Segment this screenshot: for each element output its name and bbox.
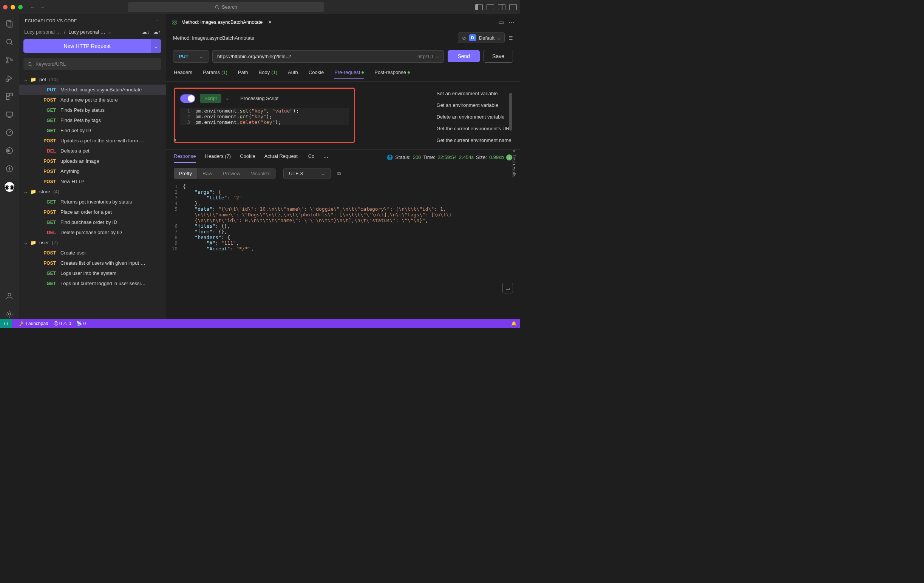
chevron-down-icon[interactable]: ⌵ xyxy=(226,96,229,101)
response-body[interactable]: 1{ 2 "args": { 3 "title": "2" 4 }, 5 "da… xyxy=(166,182,520,319)
request-item[interactable]: POSTPlace an order for a pet xyxy=(19,207,166,217)
editor-more-icon[interactable]: ⋯ xyxy=(508,18,515,26)
snippet-item[interactable]: Set an environment variable xyxy=(437,91,512,96)
workspace-name[interactable]: Lucy personal … xyxy=(24,29,61,35)
remote-icon[interactable] xyxy=(5,109,14,119)
minimize-window[interactable] xyxy=(11,5,15,10)
source-control-icon[interactable] xyxy=(5,55,14,65)
global-search[interactable]: Search xyxy=(128,2,324,12)
tab-pre-request[interactable]: Pre-request xyxy=(334,69,364,78)
snippet-item[interactable]: Get the current environment name xyxy=(437,137,512,143)
request-item[interactable]: POSTCreate user xyxy=(19,248,166,258)
scrollbar[interactable] xyxy=(509,93,512,131)
tab-headers[interactable]: Headers xyxy=(174,69,192,78)
seg-pretty[interactable]: Pretty xyxy=(174,168,197,179)
account-icon[interactable] xyxy=(5,291,14,301)
seg-preview[interactable]: Preview xyxy=(218,168,246,179)
tab-co[interactable]: Co xyxy=(308,153,315,161)
close-tab-icon[interactable]: ✕ xyxy=(268,19,272,25)
expand-panel-button[interactable]: ▭ xyxy=(502,283,513,293)
new-request-dropdown[interactable]: ⌵ xyxy=(151,39,161,53)
new-request-button[interactable]: New HTTP Request ⌵ xyxy=(23,39,161,53)
tab-actual-request[interactable]: Actual Request xyxy=(264,153,299,161)
folder-store[interactable]: ⌵📁store (4) xyxy=(19,186,166,197)
copy-icon[interactable]: ⧉ xyxy=(337,171,341,177)
project-name[interactable]: Lucy personal … xyxy=(68,29,106,35)
script-enabled-toggle[interactable] xyxy=(180,94,195,103)
chevron-down-icon[interactable]: ⌵ xyxy=(109,29,111,35)
tab-params[interactable]: Params (1) xyxy=(203,69,228,78)
remote-indicator[interactable] xyxy=(0,319,12,328)
close-window[interactable] xyxy=(3,5,8,10)
notifications-icon[interactable]: 🔔 xyxy=(511,321,517,326)
echoapi-icon[interactable]: ◉◉ xyxy=(5,182,14,192)
encoding-selector[interactable]: UTF-8 ⌵ xyxy=(283,168,330,179)
test-results-tab[interactable]: «Test results xyxy=(510,147,518,180)
tab-body[interactable]: Body (1) xyxy=(259,69,278,78)
seg-raw[interactable]: Raw xyxy=(197,168,218,179)
settings-icon[interactable] xyxy=(5,309,14,319)
request-item[interactable]: PUTMethod: images.asyncBatchAnnotate xyxy=(19,85,166,95)
debug-icon[interactable] xyxy=(5,73,14,83)
request-item[interactable]: GETFind pet by ID xyxy=(19,125,166,135)
launchpad-button[interactable]: 🚀 Launchpad xyxy=(19,321,48,326)
code-editor[interactable]: 1pm.environment.set("key", "value"); 2pm… xyxy=(180,108,349,125)
explorer-icon[interactable] xyxy=(5,19,14,29)
request-item[interactable]: POSTuploads an image xyxy=(19,156,166,166)
snippet-item[interactable]: Get an environment variable xyxy=(437,102,512,108)
cloud-download-icon[interactable]: ☁↓ xyxy=(142,29,150,35)
request-item[interactable]: POSTAdd a new pet to the store xyxy=(19,95,166,105)
tab-post-response[interactable]: Post-response xyxy=(375,69,410,78)
layout-icon[interactable] xyxy=(509,4,517,10)
seg-visualize[interactable]: Visualize xyxy=(246,168,276,179)
tab-auth[interactable]: Auth xyxy=(288,69,298,78)
tab-title[interactable]: Method: images.asyncBatchAnnotate xyxy=(182,19,262,25)
split-editor-icon[interactable]: ▭ xyxy=(498,18,504,26)
tab-resp-cookie[interactable]: Cookie xyxy=(240,153,255,161)
snippet-item[interactable]: Get the current environment's URL xyxy=(437,126,512,132)
tab-resp-headers[interactable]: Headers (7) xyxy=(205,153,231,161)
save-button[interactable]: Save xyxy=(483,50,513,63)
orb-icon[interactable] xyxy=(5,146,14,156)
maximize-window[interactable] xyxy=(18,5,23,10)
request-item[interactable]: GETFinds Pets by tags xyxy=(19,115,166,125)
request-item[interactable]: DELDelete purchase order by ID xyxy=(19,227,166,237)
script-type-button[interactable]: Script xyxy=(200,94,221,103)
drag-handle[interactable]: ⠿ xyxy=(173,138,177,144)
request-item[interactable]: GETFind purchase order by ID xyxy=(19,217,166,227)
request-item[interactable]: GETReturns pet inventories by status xyxy=(19,197,166,207)
panel-toggle-right-icon[interactable] xyxy=(498,4,505,10)
search-icon[interactable] xyxy=(5,37,14,47)
request-item[interactable]: POSTAnything xyxy=(19,166,166,176)
folder-user[interactable]: ⌵📁user (7) xyxy=(19,237,166,248)
chevron-down-icon[interactable]: ⌵ xyxy=(436,54,439,59)
request-item[interactable]: GETLogs out current logged in user sessi… xyxy=(19,278,166,288)
request-item[interactable]: GETLogs user into the system xyxy=(19,268,166,278)
cloud-upload-icon[interactable]: ☁↑ xyxy=(153,29,161,35)
request-item[interactable]: POSTUpdates a pet in the store with form… xyxy=(19,135,166,146)
url-input[interactable]: https://httpbin.org/anything?title=2 htt… xyxy=(212,50,444,63)
nav-forward-icon[interactable]: → xyxy=(40,4,45,10)
environment-selector[interactable]: ⊘ D Default ⌵ xyxy=(458,33,505,43)
thunder-icon[interactable] xyxy=(5,164,14,174)
tab-cookie[interactable]: Cookie xyxy=(309,69,324,78)
request-item[interactable]: POSTCreates list of users with given inp… xyxy=(19,258,166,268)
panel-toggle-left-icon[interactable] xyxy=(475,4,483,10)
ports-indicator[interactable]: 📡 0 xyxy=(76,321,86,326)
sidebar-more-icon[interactable]: ⋯ xyxy=(156,18,160,23)
panel-toggle-bottom-icon[interactable] xyxy=(487,4,494,10)
errors-indicator[interactable]: ⓧ 0 ⚠ 0 xyxy=(54,321,71,327)
tab-response[interactable]: Response xyxy=(174,153,196,161)
send-button[interactable]: Send xyxy=(448,50,480,62)
request-item[interactable]: POSTNew HTTP xyxy=(19,176,166,186)
folder-pet[interactable]: ⌵📁pet (10) xyxy=(19,74,166,85)
request-item[interactable]: GETFinds Pets by status xyxy=(19,105,166,115)
extensions-icon[interactable] xyxy=(5,91,14,101)
filter-input[interactable]: Keyword/URL xyxy=(23,58,161,70)
menu-icon[interactable]: ☰ xyxy=(508,35,513,41)
method-selector[interactable]: PUT ⌵ xyxy=(173,50,208,63)
nav-back-icon[interactable]: ← xyxy=(30,4,35,10)
dashboard-icon[interactable] xyxy=(5,128,14,137)
tab-path[interactable]: Path xyxy=(238,69,248,78)
tabs-overflow-icon[interactable]: ⋯ xyxy=(323,155,328,160)
